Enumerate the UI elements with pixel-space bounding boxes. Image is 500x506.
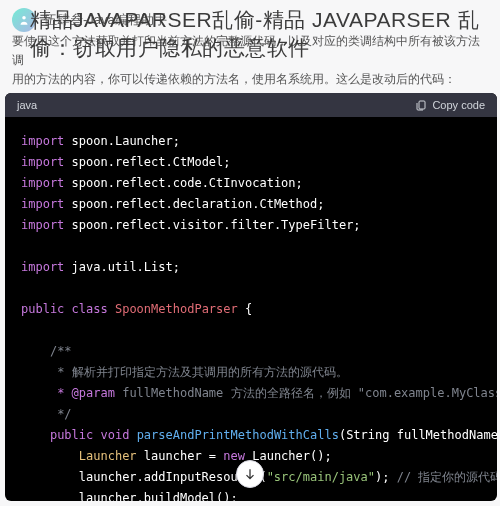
code-block: java Copy code import spoon.Launcher; im… — [5, 93, 497, 501]
clipboard-icon — [415, 99, 427, 111]
code-header: java Copy code — [5, 93, 497, 117]
code-lang-label: java — [17, 99, 37, 111]
copy-code-button[interactable]: Copy code — [415, 99, 485, 111]
scroll-down-button[interactable] — [236, 460, 264, 488]
code-content[interactable]: import spoon.Launcher; import spoon.refl… — [5, 117, 497, 501]
page-title: 精品JAVAPARSER乱偷-精品 JAVAPARSER 乱偷：窃取用户隐私的恶… — [30, 6, 490, 63]
svg-rect-1 — [419, 101, 425, 109]
svg-point-0 — [22, 16, 26, 19]
arrow-down-icon — [243, 467, 257, 481]
